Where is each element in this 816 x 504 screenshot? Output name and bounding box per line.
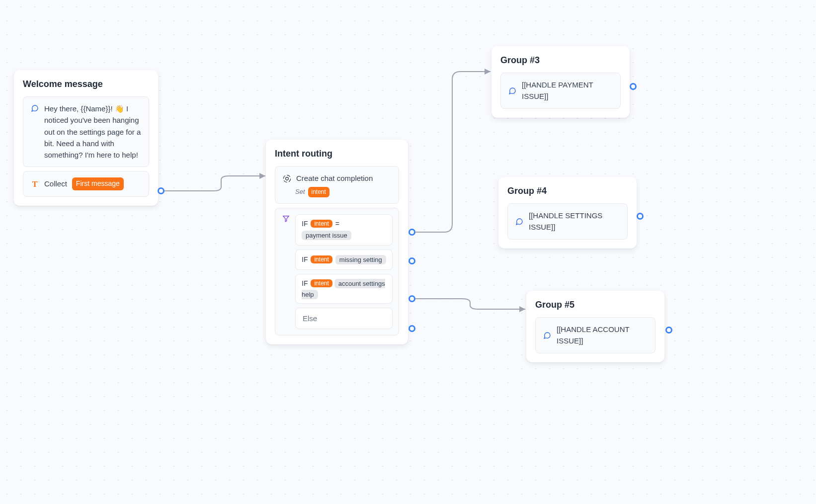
group-handler-block[interactable]: [[HANDLE PAYMENT ISSUE]] [500,73,621,109]
group-handler-text: [[HANDLE PAYMENT ISSUE]] [522,79,613,102]
group-4-card[interactable]: Group #4 [[HANDLE SETTINGS ISSUE]] [498,177,637,249]
welcome-title: Welcome message [23,79,149,89]
welcome-message-text: Hey there, {{Name}}! 👋 I noticed you've … [44,103,142,161]
collect-block[interactable]: T Collect First message [23,171,149,197]
condition-variable: intent [311,220,332,228]
collect-label: Collect [44,178,67,189]
group-handler-text: [[HANDLE ACCOUNT ISSUE]] [557,324,648,347]
chat-completion-block[interactable]: Create chat completion Set intent [275,166,399,204]
condition-row-2[interactable]: IF intent account settings help [295,274,393,304]
chat-icon [508,86,517,95]
chat-icon [543,331,552,340]
condition-value: missing setting [335,255,386,264]
group-3-port[interactable] [630,83,637,90]
group-3-card[interactable]: Group #3 [[HANDLE PAYMENT ISSUE]] [491,46,630,118]
group-title: Group #3 [500,55,621,66]
condition-variable: intent [311,255,332,263]
routing-port-2[interactable] [408,295,415,302]
filter-icon [281,214,290,223]
if-label: IF [302,220,308,228]
chat-icon [515,217,524,226]
group-title: Group #4 [507,186,628,196]
set-label: Set [295,187,305,197]
if-label: IF [302,255,308,263]
routing-port-else[interactable] [408,325,415,332]
condition-row-0[interactable]: IF intent = payment issue [295,214,393,246]
svg-marker-1 [283,216,288,222]
text-input-icon: T [30,180,39,189]
group-5-port[interactable] [665,327,672,334]
routing-title: Intent routing [275,149,399,159]
chat-completion-label: Create chat completion [296,172,373,184]
welcome-message-block[interactable]: Hey there, {{Name}}! 👋 I noticed you've … [23,96,149,167]
svg-point-0 [285,177,288,180]
group-title: Group #5 [535,300,655,310]
condition-variable: intent [311,279,332,287]
group-handler-text: [[HANDLE SETTINGS ISSUE]] [529,210,620,233]
eq-label: = [335,220,339,228]
routing-port-1[interactable] [408,257,415,264]
else-label: Else [303,314,317,323]
openai-icon [282,174,291,183]
chat-icon [30,104,39,113]
group-handler-block[interactable]: [[HANDLE ACCOUNT ISSUE]] [535,317,655,353]
if-label: IF [302,279,308,287]
group-handler-block[interactable]: [[HANDLE SETTINGS ISSUE]] [507,203,628,240]
group-4-port[interactable] [637,213,644,220]
welcome-card[interactable]: Welcome message Hey there, {{Name}}! 👋 I… [14,70,158,206]
filter-block[interactable]: IF intent = payment issue IF intent miss… [275,208,399,336]
condition-row-1[interactable]: IF intent missing setting [295,250,393,270]
welcome-output-port[interactable] [158,187,164,194]
routing-port-0[interactable] [408,229,415,236]
else-row[interactable]: Else [295,308,393,329]
collect-variable-chip: First message [72,177,124,190]
condition-value: payment issue [302,231,351,240]
group-5-card[interactable]: Group #5 [[HANDLE ACCOUNT ISSUE]] [526,291,664,362]
set-variable-chip: intent [308,187,329,197]
intent-routing-card[interactable]: Intent routing Create chat completion Se… [266,140,408,344]
